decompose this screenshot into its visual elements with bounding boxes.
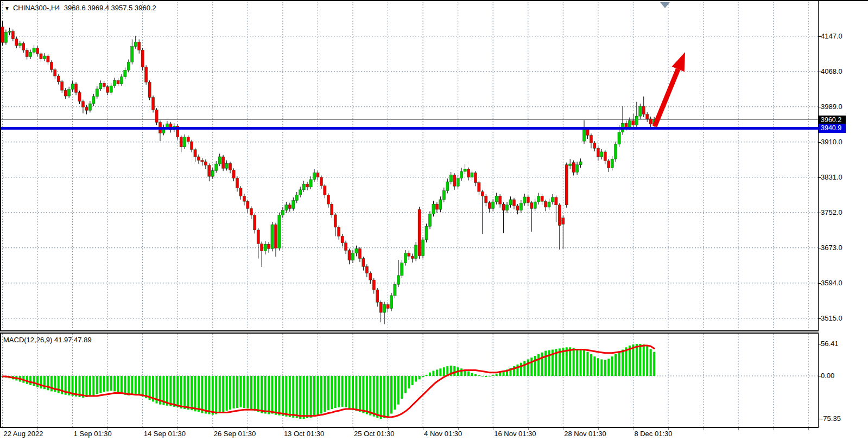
bullish-candle [394,284,396,296]
bearish-candle [327,195,330,204]
macd-bar [523,361,525,376]
time-tick-mark [178,428,178,430]
macd-bar [142,376,144,397]
bearish-candle [478,183,480,191]
time-tick-mark [213,428,213,430]
main-price-pane[interactable] [0,0,819,330]
macd-bar [516,365,518,376]
date-label: 14 Sep 01:30 [144,430,186,438]
macd-bar [573,348,575,376]
bullish-candle [397,276,400,284]
macd-bar [313,376,315,417]
time-tick-mark [598,428,599,430]
macd-bar [467,372,470,376]
macd-bar [548,350,550,376]
macd-bar [432,371,434,376]
bullish-candle [460,171,463,178]
bearish-candle [36,48,39,54]
macd-bar [183,376,186,409]
macd-bar [236,376,238,408]
bullish-candle [492,202,495,208]
bearish-candle [232,170,235,178]
bullish-candle [611,159,613,168]
trend-arrow[interactable] [655,52,685,126]
macd-bar [292,376,294,418]
bearish-candle [151,98,154,110]
price-tick-mark [818,36,821,37]
bullish-candle [96,89,98,97]
macd-values: 41.97 47.89 [54,336,92,344]
bearish-candle [512,200,515,206]
macd-bar [411,376,414,385]
bearish-candle [338,227,340,236]
bearish-candle [467,169,470,177]
bullish-candle [110,86,112,92]
bullish-candle [351,253,354,260]
macd-bar [527,359,529,376]
macd-bar [135,376,137,394]
time-tick-mark [388,428,389,430]
bearish-candle [61,82,64,91]
bullish-candle [355,248,358,253]
macd-bar [285,376,287,417]
macd-bar [26,376,28,384]
date-label: 28 Nov 01:30 [564,430,606,438]
bullish-candle [215,164,218,170]
macd-bar [226,376,228,411]
bearish-candle [288,205,291,209]
bearish-candle [387,304,389,308]
bearish-candle [243,196,245,201]
date-label: 13 Oct 01:30 [284,430,324,438]
bullish-candle [120,77,123,84]
price-tick-label: 3831.0 [821,173,842,182]
price-tick-label: 3594.0 [821,279,842,287]
bearish-candle [250,208,252,215]
bearish-candle [344,243,347,251]
macd-bar [205,376,207,414]
bearish-candle [138,42,141,50]
macd-bar [194,376,197,411]
bullish-candle [537,196,540,202]
macd-bar [282,376,284,416]
macd-bar [369,376,371,416]
macd-bar [208,376,210,414]
price-tick-mark [818,142,821,143]
bullish-candle [8,31,11,33]
macd-bar [489,376,491,376]
bullish-candle [271,225,274,248]
pane-separator[interactable] [0,330,819,334]
macd-bar [345,376,347,407]
macd-bar [625,347,627,376]
macd-bar [366,376,368,414]
bearish-candle [565,165,568,205]
price-tick-mark [818,213,821,213]
bullish-candle [68,90,71,96]
time-tick-mark [283,428,283,430]
bearish-candle [11,31,14,39]
bullish-candle [302,184,305,190]
bearish-candle [488,203,491,209]
bearish-candle [187,137,189,142]
macd-bar [530,357,533,376]
macd-bar [187,376,189,410]
time-tick-mark [528,428,529,430]
macd-bar [271,376,274,414]
macd-tick-mark [818,419,821,419]
time-tick-mark [318,428,318,430]
macd-bar [29,376,31,385]
time-tick-mark [633,428,633,430]
bullish-candle [166,124,168,127]
symbol-dropdown-icon[interactable]: ▼ [4,5,10,11]
bearish-candle [148,82,151,98]
macd-bar [191,376,193,410]
macd-indicator-pane[interactable] [0,334,819,427]
macd-bar [600,359,603,376]
macd-bar [278,376,280,416]
macd-bar [408,376,410,388]
macd-bar [198,376,200,412]
bearish-candle [544,201,547,207]
bullish-candle [134,42,137,46]
bearish-candle [22,43,25,50]
price-tick-mark [818,107,821,107]
bullish-candle [313,173,315,180]
